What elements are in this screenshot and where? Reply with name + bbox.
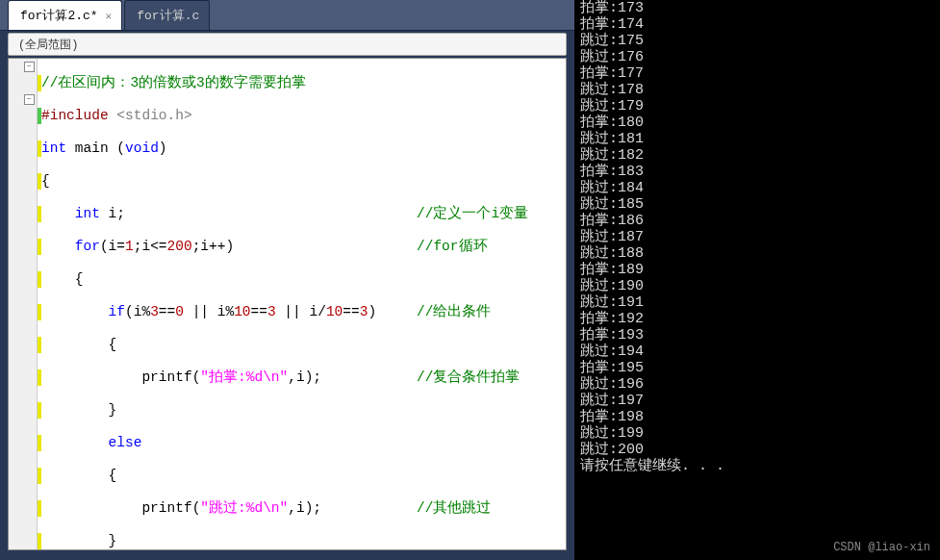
- scope-dropdown[interactable]: (全局范围): [8, 33, 567, 56]
- code-text: printf(: [41, 500, 200, 516]
- code-comment: //在区间内：3的倍数或3的数字需要拍掌: [41, 75, 306, 90]
- code-number: 0: [175, 304, 184, 319]
- tab-file-1[interactable]: for计算2.c* ✕: [8, 0, 122, 30]
- code-keyword: void: [125, 140, 159, 156]
- editor-pane: for计算2.c* ✕ for计算.c (全局范围) − − //在区间内：3的…: [0, 0, 574, 560]
- code-text: }: [41, 402, 116, 418]
- code-text: ,i);: [288, 500, 321, 516]
- code-number: 3: [150, 304, 159, 319]
- code-text: (i=: [100, 239, 125, 254]
- code-keyword: int: [41, 206, 100, 221]
- code-text: printf(: [41, 369, 200, 385]
- code-include: <stdio.h>: [109, 108, 192, 123]
- code-number: 10: [326, 304, 343, 319]
- code-keyword: int: [41, 140, 66, 156]
- code-comment: //定义一个i变量: [417, 206, 528, 222]
- fold-icon[interactable]: −: [24, 62, 35, 72]
- code-text: (i%: [125, 304, 150, 319]
- code-comment: //for循环: [417, 239, 488, 255]
- code-keyword: else: [41, 435, 141, 450]
- code-text: }: [41, 533, 116, 548]
- code-number: 3: [267, 304, 276, 319]
- code-text: ): [368, 304, 376, 319]
- code-text: main (: [66, 140, 125, 156]
- tab-bar: for计算2.c* ✕ for计算.c: [0, 0, 574, 31]
- close-icon[interactable]: ✕: [106, 10, 113, 22]
- code-text: || i%: [184, 304, 234, 319]
- code-area[interactable]: − − //在区间内：3的倍数或3的数字需要拍掌 #include <stdio…: [8, 58, 567, 550]
- code-text: ==: [251, 304, 267, 319]
- code-string: "跳过:%d\n": [200, 500, 288, 516]
- code-number: 10: [234, 304, 250, 319]
- code-string: "拍掌:%d\n": [200, 369, 288, 385]
- code-lines[interactable]: //在区间内：3的倍数或3的数字需要拍掌 #include <stdio.h> …: [38, 59, 566, 549]
- console-output: 拍掌:173 拍掌:174 跳过:175 跳过:176 拍掌:177 跳过:17…: [574, 0, 940, 560]
- tab-label: for计算.c: [137, 7, 199, 24]
- code-text: ,i);: [288, 369, 321, 385]
- code-text: ==: [343, 304, 359, 319]
- code-text: ;i++): [192, 239, 235, 254]
- code-text: ==: [159, 304, 175, 319]
- code-comment: //给出条件: [417, 304, 491, 320]
- code-directive: #include: [41, 108, 109, 123]
- code-text: ): [159, 140, 167, 156]
- code-text: {: [41, 173, 50, 189]
- tab-file-2[interactable]: for计算.c: [124, 0, 210, 30]
- code-text: {: [41, 468, 116, 483]
- code-comment: //其他跳过: [417, 500, 491, 517]
- tab-label: for计算2.c*: [20, 7, 98, 24]
- code-text: ;i<=: [134, 239, 167, 254]
- code-comment: //复合条件拍掌: [417, 369, 520, 386]
- scope-label: (全局范围): [18, 37, 78, 53]
- fold-icon[interactable]: −: [24, 94, 35, 105]
- gutter: − −: [9, 59, 38, 549]
- code-text: {: [41, 271, 84, 287]
- code-text: || i/: [276, 304, 326, 319]
- watermark: CSDN @liao-xin: [833, 541, 930, 554]
- code-text: {: [41, 337, 116, 352]
- code-text: i;: [100, 206, 125, 221]
- code-number: 200: [167, 239, 192, 254]
- code-keyword: if: [41, 304, 125, 319]
- code-keyword: for: [41, 239, 100, 254]
- code-number: 1: [125, 239, 134, 254]
